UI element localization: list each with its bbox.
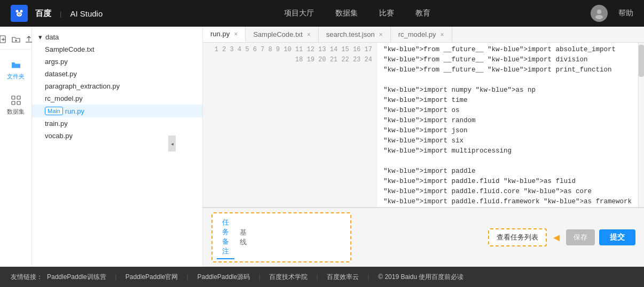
nav-menu: 项目大厅 数据集 比赛 教育 <box>124 9 591 18</box>
baseline-tab[interactable]: 基线 <box>234 226 252 249</box>
file-train-name: train.py <box>45 119 68 127</box>
new-folder-icon[interactable] <box>12 35 20 46</box>
sidebar-section-datasets[interactable]: 数据集 <box>7 90 25 120</box>
footer-copyright: © 2019 Baidu 使用百度前必读 <box>378 273 464 282</box>
file-paragraph-name: paragraph_extraction.py <box>45 82 120 90</box>
svg-rect-14 <box>12 96 15 99</box>
footer-link-training[interactable]: PaddlePaddle训练营 <box>47 273 106 282</box>
tab-rcmodel-label: rc_model.py <box>398 30 436 38</box>
file-item-train[interactable]: train.py <box>32 117 202 130</box>
baidu-text: 百度 <box>35 9 51 19</box>
editor-area: run.py × SampleCode.txt × search.test.js… <box>203 27 644 267</box>
tab-runpy[interactable]: run.py × <box>203 27 246 42</box>
new-file-icon[interactable] <box>0 35 7 46</box>
code-area: 1 2 3 4 5 6 7 8 9 10 11 12 13 14 15 16 1… <box>203 43 644 207</box>
svg-rect-16 <box>12 101 15 105</box>
sidebar-datasets-label: 数据集 <box>7 108 25 116</box>
footer-link-official[interactable]: PaddlePaddle官网 <box>125 273 178 282</box>
task-note-group: 任务备注 基线 <box>211 212 351 262</box>
arrow-icon: ◄ <box>551 232 562 244</box>
footer-prefix: 友情链接： <box>11 273 43 282</box>
file-item-args[interactable]: args.py <box>32 55 202 68</box>
footer-link-source[interactable]: PaddlePaddle源码 <box>197 273 250 282</box>
tab-searchtest-label: search.test.json <box>326 30 375 38</box>
svg-point-1 <box>16 10 19 13</box>
footer-sep-5: ｜ <box>365 273 372 282</box>
tab-runpy-close[interactable]: × <box>234 30 238 38</box>
editor-tabs: run.py × SampleCode.txt × search.test.js… <box>203 27 644 43</box>
tab-rcmodel[interactable]: rc_model.py × <box>391 27 452 42</box>
scrollbar-thumb[interactable] <box>639 45 644 77</box>
view-tasks-button[interactable]: 查看任务列表 <box>488 228 547 246</box>
file-rcmodel-name: rc_model.py <box>45 94 83 102</box>
footer-link-academy[interactable]: 百度技术学院 <box>269 273 308 282</box>
svg-point-7 <box>597 10 601 14</box>
file-samplecode-name: SampleCode.txt <box>45 45 95 53</box>
sidebar-section-files[interactable]: 文件夹 <box>7 55 25 85</box>
svg-point-2 <box>20 10 23 13</box>
footer-sep-2: ｜ <box>184 273 191 282</box>
sidebar: 文件夹 数据集 <box>0 27 32 267</box>
main-layout: 文件夹 数据集 ▾ data SampleCode.txt <box>0 27 644 267</box>
file-item-dataset[interactable]: dataset.py <box>32 68 202 80</box>
svg-point-6 <box>19 15 20 16</box>
avatar[interactable] <box>591 5 608 22</box>
nav-item-competition[interactable]: 比赛 <box>379 9 394 18</box>
file-tree: ▾ data SampleCode.txt args.py dataset.py… <box>32 27 202 267</box>
code-lines: "kw-blue">from __future__ "kw-blue">impo… <box>377 43 638 207</box>
file-item-paragraph[interactable]: paragraph_extraction.py <box>32 80 202 92</box>
scrollbar-track[interactable] <box>638 43 644 207</box>
logo-divider: | <box>60 10 61 18</box>
svg-rect-15 <box>17 96 20 99</box>
nav-item-education[interactable]: 教育 <box>415 9 430 18</box>
svg-point-5 <box>20 14 21 15</box>
tab-rcmodel-close[interactable]: × <box>441 31 444 38</box>
footer-sep-3: ｜ <box>256 273 263 282</box>
svg-point-8 <box>595 15 603 19</box>
folder-icon <box>10 59 22 73</box>
folder-data-label: data <box>45 33 59 41</box>
footer: 友情链接： PaddlePaddle训练营 ｜ PaddlePaddle官网 ｜… <box>0 267 644 287</box>
nav-item-projects[interactable]: 项目大厅 <box>284 9 314 18</box>
line-numbers: 1 2 3 4 5 6 7 8 9 10 11 12 13 14 15 16 1… <box>203 43 377 207</box>
file-item-runpy[interactable]: Main run.py <box>32 105 202 117</box>
tab-samplecode-close[interactable]: × <box>307 31 311 38</box>
file-item-samplecode[interactable]: SampleCode.txt <box>32 43 202 55</box>
panel-collapse-arrow[interactable]: ◂ <box>168 135 176 152</box>
save-button[interactable]: 保存 <box>566 229 595 245</box>
sidebar-toolbar <box>0 32 32 50</box>
footer-sep-4: ｜ <box>314 273 320 282</box>
bottom-toolbar: 任务备注 基线 查看任务列表 ◄ 保存 提交 <box>203 207 644 267</box>
file-dataset-name: dataset.py <box>45 70 77 78</box>
file-vocab-name: vocab.py <box>45 132 73 140</box>
file-item-vocab[interactable]: vocab.py <box>32 130 202 142</box>
file-item-rcmodel[interactable]: rc_model.py <box>32 92 202 105</box>
footer-link-cloud[interactable]: 百度效率云 <box>327 273 359 282</box>
logo[interactable]: 百度 | AI Studio <box>11 5 103 22</box>
file-args-name: args.py <box>45 58 68 66</box>
task-note-input[interactable] <box>252 232 346 244</box>
folder-data[interactable]: ▾ data <box>32 31 202 43</box>
action-buttons: 查看任务列表 ◄ 保存 提交 <box>488 228 635 246</box>
logo-bear-icon <box>11 5 28 22</box>
tab-samplecode[interactable]: SampleCode.txt × <box>246 27 319 42</box>
nav-item-datasets[interactable]: 数据集 <box>335 9 358 18</box>
topnav: 百度 | AI Studio 项目大厅 数据集 比赛 教育 帮助 <box>0 0 644 27</box>
grid-icon <box>10 94 22 108</box>
editor-content[interactable]: 1 2 3 4 5 6 7 8 9 10 11 12 13 14 15 16 1… <box>203 43 644 207</box>
task-note-tab[interactable]: 任务备注 <box>217 216 234 259</box>
svg-point-4 <box>18 14 19 15</box>
submit-button[interactable]: 提交 <box>599 229 635 245</box>
help-link[interactable]: 帮助 <box>618 9 633 18</box>
chevron-down-icon: ▾ <box>38 33 42 41</box>
svg-rect-17 <box>17 101 20 105</box>
file-panel: ▾ data SampleCode.txt args.py dataset.py… <box>32 27 203 267</box>
sidebar-files-label: 文件夹 <box>7 73 25 81</box>
tab-searchtest[interactable]: search.test.json × <box>319 27 391 42</box>
main-badge: Main <box>45 107 63 115</box>
footer-sep-1: ｜ <box>113 273 119 282</box>
tab-searchtest-close[interactable]: × <box>379 31 383 38</box>
tab-samplecode-label: SampleCode.txt <box>253 30 303 38</box>
nav-right: 帮助 <box>591 5 633 22</box>
tab-runpy-label: run.py <box>210 30 230 38</box>
